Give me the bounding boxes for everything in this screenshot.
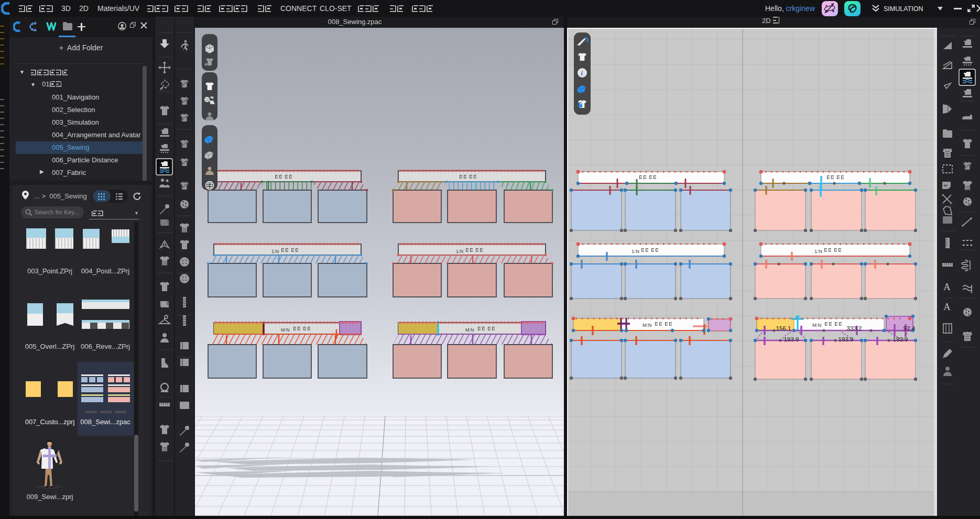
svg-text:M:N: M:N (281, 327, 290, 333)
svg-text:i: i (581, 69, 583, 77)
svg-text:193.9: 193.9 (784, 336, 799, 343)
svg-text:1:N: 1:N (631, 248, 639, 254)
svg-text:1:N: 1:N (814, 248, 822, 254)
svg-text:193.9: 193.9 (893, 336, 908, 343)
svg-text:M:N: M:N (643, 322, 652, 328)
svg-text:333.2: 333.2 (847, 325, 862, 332)
svg-text:1:N: 1:N (456, 249, 463, 254)
svg-text:92.4: 92.4 (903, 325, 916, 332)
svg-text:156.1: 156.1 (776, 325, 791, 332)
svg-text:193.9: 193.9 (839, 336, 854, 343)
svg-text:M:N: M:N (812, 322, 822, 328)
svg-text:1:N: 1:N (271, 249, 279, 254)
svg-text:M:N: M:N (465, 327, 474, 333)
